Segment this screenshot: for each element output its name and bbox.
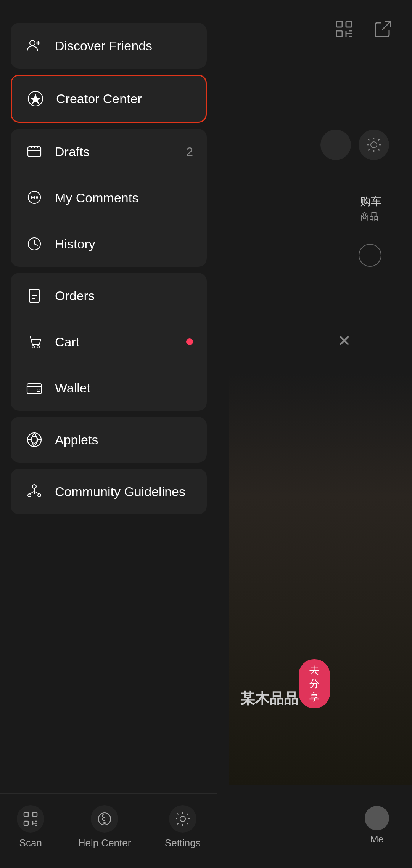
- svg-rect-2: [336, 31, 342, 37]
- discover-friends-icon: [24, 36, 44, 56]
- cart-item[interactable]: Cart: [11, 319, 207, 365]
- applets-card: Applets: [11, 417, 207, 463]
- creator-center-item[interactable]: Creator Center: [12, 76, 206, 122]
- scan-nav-label: Scan: [19, 837, 42, 849]
- svg-point-16: [34, 197, 35, 198]
- history-item[interactable]: History: [11, 221, 207, 267]
- community-guidelines-item[interactable]: Community Guidelines: [11, 469, 207, 514]
- drafts-label: Drafts: [55, 144, 186, 159]
- svg-rect-38: [33, 812, 37, 817]
- cart-icon: [24, 332, 44, 352]
- wallet-icon: [24, 378, 44, 398]
- content-image-text: 某木品品: [240, 689, 298, 709]
- svg-point-23: [32, 346, 34, 348]
- me-label: Me: [370, 833, 384, 845]
- svg-point-9: [30, 40, 35, 46]
- top-right-icons: [330, 15, 397, 43]
- close-button[interactable]: ✕: [338, 332, 351, 350]
- drafts-icon: [24, 142, 44, 162]
- svg-point-17: [36, 197, 38, 198]
- orders-icon: [24, 286, 44, 306]
- help-center-nav-icon-wrapper: [91, 805, 118, 833]
- creator-center-label: Creator Center: [56, 91, 192, 106]
- right-settings-button[interactable]: [359, 130, 389, 160]
- svg-rect-0: [336, 21, 342, 27]
- group3-card: Drafts 2 My Comments History: [11, 129, 207, 267]
- community-guidelines-label: Community Guidelines: [55, 484, 193, 499]
- settings-nav-label: Settings: [165, 837, 201, 849]
- applets-icon: [24, 430, 44, 450]
- orders-item[interactable]: Orders: [11, 273, 207, 319]
- applets-item[interactable]: Applets: [11, 417, 207, 463]
- svg-point-46: [180, 816, 185, 822]
- help-center-nav-item[interactable]: Help Center: [78, 805, 131, 849]
- cart-label: Cart: [55, 335, 186, 349]
- share-area: 去分享 ✕: [338, 332, 351, 350]
- help-center-nav-label: Help Center: [78, 837, 131, 849]
- content-image-area: 某木品品: [229, 373, 412, 785]
- my-comments-item[interactable]: My Comments: [11, 175, 207, 221]
- scan-nav-icon-wrapper: [17, 805, 44, 833]
- me-avatar: [365, 806, 389, 830]
- me-nav-button[interactable]: Me: [365, 806, 389, 845]
- bottom-bar: Scan Help Center Settings: [0, 793, 217, 868]
- svg-rect-25: [27, 384, 42, 394]
- discover-friends-label: Discover Friends: [55, 38, 193, 53]
- settings-nav-item[interactable]: Settings: [165, 805, 201, 849]
- right-profile-circle[interactable]: [320, 130, 351, 160]
- right-circle-icon: [359, 244, 381, 267]
- applets-label: Applets: [55, 432, 193, 447]
- creator-center-icon: [26, 89, 45, 109]
- community-guidelines-icon: [24, 482, 44, 501]
- top-scan-icon[interactable]: [330, 15, 358, 43]
- wallet-label: Wallet: [55, 381, 193, 396]
- discover-friends-card: Discover Friends: [11, 23, 207, 69]
- my-comments-icon: [24, 188, 44, 208]
- drafts-item[interactable]: Drafts 2: [11, 129, 207, 175]
- history-label: History: [55, 237, 193, 251]
- community-guidelines-card: Community Guidelines: [11, 469, 207, 514]
- share-button[interactable]: 去分享: [299, 659, 330, 708]
- settings-nav-icon-wrapper: [169, 805, 196, 833]
- cart-notification-dot: [186, 338, 193, 345]
- svg-point-35: [28, 494, 31, 497]
- creator-center-card: Creator Center: [11, 75, 207, 123]
- group4-card: Orders Cart Wallet: [11, 273, 207, 411]
- svg-rect-26: [37, 389, 40, 392]
- drafts-badge: 2: [186, 145, 193, 159]
- svg-rect-1: [346, 21, 352, 27]
- svg-line-7: [382, 21, 391, 30]
- discover-friends-item[interactable]: Discover Friends: [11, 23, 207, 69]
- right-settings-area: [320, 130, 389, 160]
- svg-rect-37: [24, 812, 28, 817]
- menu-panel: Discover Friends Creator Center: [0, 0, 217, 868]
- scan-nav-item[interactable]: Scan: [17, 805, 44, 849]
- svg-point-15: [31, 197, 32, 198]
- wallet-item[interactable]: Wallet: [11, 365, 207, 411]
- svg-point-36: [38, 494, 41, 497]
- top-external-link-icon[interactable]: [369, 15, 397, 43]
- svg-point-31: [32, 485, 36, 488]
- my-comments-label: My Comments: [55, 191, 193, 205]
- orders-label: Orders: [55, 288, 193, 303]
- history-icon: [24, 234, 44, 254]
- svg-point-8: [371, 142, 377, 148]
- svg-point-45: [104, 822, 105, 824]
- right-label-1: 购车 商品: [360, 194, 381, 223]
- svg-rect-39: [24, 821, 28, 825]
- svg-point-24: [37, 346, 39, 348]
